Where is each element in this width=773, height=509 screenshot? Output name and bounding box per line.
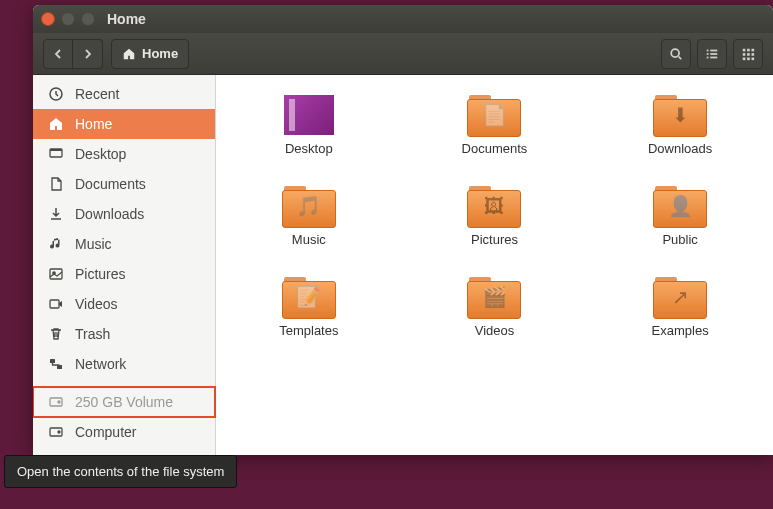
- folder-icon: 🎬: [467, 275, 521, 319]
- file-label: Examples: [652, 323, 709, 338]
- minimize-icon[interactable]: [61, 12, 75, 26]
- sidebar-item-network[interactable]: Network: [33, 349, 215, 379]
- titlebar[interactable]: Home: [33, 5, 773, 33]
- file-grid: Desktop📄Documents⬇Downloads🎵Music🖼Pictur…: [216, 75, 773, 455]
- sidebar-item-pictures[interactable]: Pictures: [33, 259, 215, 289]
- svg-rect-1: [707, 49, 709, 51]
- desktop-icon: [47, 146, 65, 162]
- sidebar: RecentHomeDesktopDocumentsDownloadsMusic…: [33, 75, 216, 455]
- toolbar: Home: [33, 33, 773, 75]
- path-home-button[interactable]: Home: [111, 39, 189, 69]
- folder-icon: 👤: [653, 184, 707, 228]
- svg-rect-9: [752, 48, 755, 51]
- sidebar-item-label: Videos: [75, 296, 118, 312]
- close-icon[interactable]: [41, 12, 55, 26]
- svg-rect-14: [747, 57, 750, 60]
- svg-rect-22: [50, 359, 55, 363]
- sidebar-item-label: Home: [75, 116, 112, 132]
- file-label: Pictures: [471, 232, 518, 247]
- svg-rect-8: [747, 48, 750, 51]
- back-button[interactable]: [43, 39, 73, 69]
- file-label: Templates: [279, 323, 338, 338]
- svg-rect-7: [743, 48, 746, 51]
- svg-rect-15: [752, 57, 755, 60]
- download-icon: [47, 206, 65, 222]
- svg-point-25: [58, 401, 60, 403]
- file-item-documents[interactable]: 📄Documents: [444, 93, 544, 156]
- file-item-downloads[interactable]: ⬇Downloads: [630, 93, 730, 156]
- pictures-icon: [47, 266, 65, 282]
- clock-icon: [47, 86, 65, 102]
- video-icon: [47, 296, 65, 312]
- sidebar-item-label: Trash: [75, 326, 110, 342]
- sidebar-item-documents[interactable]: Documents: [33, 169, 215, 199]
- disk-icon: [47, 424, 65, 440]
- sidebar-item-desktop[interactable]: Desktop: [33, 139, 215, 169]
- file-label: Public: [662, 232, 697, 247]
- sidebar-item-computer[interactable]: Computer: [33, 417, 215, 447]
- sidebar-item-downloads[interactable]: Downloads: [33, 199, 215, 229]
- maximize-icon[interactable]: [81, 12, 95, 26]
- folder-icon: ⬇: [653, 93, 707, 137]
- file-label: Desktop: [285, 141, 333, 156]
- search-button[interactable]: [661, 39, 691, 69]
- svg-rect-3: [707, 53, 709, 55]
- sidebar-item-home[interactable]: Home: [33, 109, 215, 139]
- home-icon: [122, 47, 136, 61]
- sidebar-item-250-gb-volume[interactable]: 250 GB Volume: [33, 387, 215, 417]
- forward-button[interactable]: [73, 39, 103, 69]
- tooltip: Open the contents of the file system: [4, 455, 237, 488]
- document-icon: [47, 176, 65, 192]
- svg-point-0: [671, 49, 679, 57]
- sidebar-item-label: Pictures: [75, 266, 126, 282]
- file-item-public[interactable]: 👤Public: [630, 184, 730, 247]
- folder-icon: 📝: [282, 275, 336, 319]
- music-icon: [47, 236, 65, 252]
- file-item-videos[interactable]: 🎬Videos: [444, 275, 544, 338]
- list-view-button[interactable]: [697, 39, 727, 69]
- window-title: Home: [107, 11, 146, 27]
- file-label: Documents: [462, 141, 528, 156]
- sidebar-item-recent[interactable]: Recent: [33, 79, 215, 109]
- path-label: Home: [142, 46, 178, 61]
- sidebar-item-label: Recent: [75, 86, 119, 102]
- sidebar-item-label: Desktop: [75, 146, 126, 162]
- file-item-templates[interactable]: 📝Templates: [259, 275, 359, 338]
- svg-rect-6: [710, 56, 717, 58]
- folder-icon: 🖼: [467, 184, 521, 228]
- sidebar-item-videos[interactable]: Videos: [33, 289, 215, 319]
- svg-rect-13: [743, 57, 746, 60]
- folder-icon: ↗: [653, 275, 707, 319]
- file-manager-window: Home Home: [33, 5, 773, 455]
- svg-point-27: [58, 431, 60, 433]
- svg-rect-10: [743, 53, 746, 56]
- grid-view-button[interactable]: [733, 39, 763, 69]
- desktop-folder-icon: [282, 93, 336, 137]
- file-item-pictures[interactable]: 🖼Pictures: [444, 184, 544, 247]
- sidebar-item-music[interactable]: Music: [33, 229, 215, 259]
- svg-rect-12: [752, 53, 755, 56]
- folder-icon: 🎵: [282, 184, 336, 228]
- sidebar-item-label: 250 GB Volume: [75, 394, 173, 410]
- svg-rect-21: [50, 300, 59, 308]
- sidebar-item-trash[interactable]: Trash: [33, 319, 215, 349]
- svg-rect-5: [707, 56, 709, 58]
- file-label: Music: [292, 232, 326, 247]
- trash-icon: [47, 326, 65, 342]
- svg-rect-18: [50, 149, 62, 151]
- file-item-music[interactable]: 🎵Music: [259, 184, 359, 247]
- svg-rect-2: [710, 49, 717, 51]
- file-label: Videos: [475, 323, 515, 338]
- disk-icon: [47, 394, 65, 410]
- sidebar-item-label: Computer: [75, 424, 136, 440]
- file-item-desktop[interactable]: Desktop: [259, 93, 359, 156]
- sidebar-item-label: Music: [75, 236, 112, 252]
- file-item-examples[interactable]: ↗Examples: [630, 275, 730, 338]
- file-label: Downloads: [648, 141, 712, 156]
- folder-icon: 📄: [467, 93, 521, 137]
- sidebar-item-label: Documents: [75, 176, 146, 192]
- sidebar-item-label: Downloads: [75, 206, 144, 222]
- svg-rect-4: [710, 53, 717, 55]
- home-icon: [47, 116, 65, 132]
- svg-rect-11: [747, 53, 750, 56]
